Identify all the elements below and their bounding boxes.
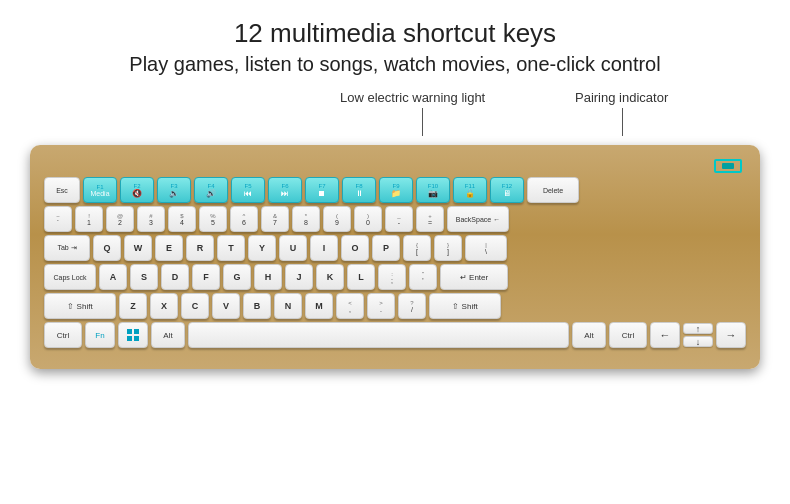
key-slash[interactable]: ?/ [398, 293, 426, 319]
key-l[interactable]: L [347, 264, 375, 290]
arrow-col: ↑ ↓ [683, 323, 713, 347]
key-f7[interactable]: F7⏹ [305, 177, 339, 203]
key-minus[interactable]: _- [385, 206, 413, 232]
key-u[interactable]: U [279, 235, 307, 261]
key-equals[interactable]: += [416, 206, 444, 232]
svg-rect-3 [134, 336, 139, 341]
key-right-alt[interactable]: Alt [572, 322, 606, 348]
key-b[interactable]: B [243, 293, 271, 319]
key-backspace[interactable]: BackSpace ← [447, 206, 509, 232]
svg-rect-0 [127, 329, 132, 334]
key-quote[interactable]: "' [409, 264, 437, 290]
keyboard: Esc F1Media F2🔇 F3🔉 F4🔊 F5⏮ F6⏭ F7⏹ F8⏸ … [30, 145, 760, 369]
key-y[interactable]: Y [248, 235, 276, 261]
key-f3[interactable]: F3🔉 [157, 177, 191, 203]
key-1[interactable]: !1 [75, 206, 103, 232]
key-t[interactable]: T [217, 235, 245, 261]
key-8[interactable]: *8 [292, 206, 320, 232]
key-z[interactable]: Z [119, 293, 147, 319]
key-w[interactable]: W [124, 235, 152, 261]
key-f8[interactable]: F8⏸ [342, 177, 376, 203]
key-semicolon[interactable]: :; [378, 264, 406, 290]
key-a[interactable]: A [99, 264, 127, 290]
key-n[interactable]: N [274, 293, 302, 319]
connector-low [422, 108, 423, 136]
key-q[interactable]: Q [93, 235, 121, 261]
key-right-shift[interactable]: ⇧ Shift [429, 293, 501, 319]
key-right-arrow[interactable]: → [716, 322, 746, 348]
labels-area: Low electric warning light Pairing indic… [30, 90, 760, 145]
key-left-alt[interactable]: Alt [151, 322, 185, 348]
key-m[interactable]: M [305, 293, 333, 319]
key-backtick[interactable]: ~` [44, 206, 72, 232]
key-right-ctrl[interactable]: Ctrl [609, 322, 647, 348]
zxcv-row: ⇧ Shift Z X C V B N M <, >. ?/ ⇧ Shift [44, 293, 746, 319]
qwerty-row: Tab ⇥ Q W E R T Y U I O P {[ }] |\ [44, 235, 746, 261]
key-f10[interactable]: F10📷 [416, 177, 450, 203]
key-f4[interactable]: F4🔊 [194, 177, 228, 203]
key-p[interactable]: P [372, 235, 400, 261]
key-j[interactable]: J [285, 264, 313, 290]
fn-row: Esc F1Media F2🔇 F3🔉 F4🔊 F5⏮ F6⏭ F7⏹ F8⏸ … [44, 177, 746, 203]
key-f9[interactable]: F9📁 [379, 177, 413, 203]
key-i[interactable]: I [310, 235, 338, 261]
svg-rect-2 [127, 336, 132, 341]
key-period[interactable]: >. [367, 293, 395, 319]
key-delete[interactable]: Delete [527, 177, 579, 203]
pairing-label: Pairing indicator [575, 90, 668, 105]
key-s[interactable]: S [130, 264, 158, 290]
connector-pairing [622, 108, 623, 136]
key-0[interactable]: )0 [354, 206, 382, 232]
key-o[interactable]: O [341, 235, 369, 261]
key-h[interactable]: H [254, 264, 282, 290]
subtitle: Play games, listen to songs, watch movie… [129, 53, 660, 76]
key-f12[interactable]: F12🖥 [490, 177, 524, 203]
key-f2[interactable]: F2🔇 [120, 177, 154, 203]
key-f1[interactable]: F1Media [83, 177, 117, 203]
key-left-arrow[interactable]: ← [650, 322, 680, 348]
key-tab[interactable]: Tab ⇥ [44, 235, 90, 261]
key-5[interactable]: %5 [199, 206, 227, 232]
low-electric-label: Low electric warning light [340, 90, 485, 105]
indicator-box [714, 159, 742, 173]
key-left-ctrl[interactable]: Ctrl [44, 322, 82, 348]
key-6[interactable]: ^6 [230, 206, 258, 232]
key-4[interactable]: $4 [168, 206, 196, 232]
indicator-area [44, 159, 746, 173]
key-esc[interactable]: Esc [44, 177, 80, 203]
key-k[interactable]: K [316, 264, 344, 290]
svg-rect-1 [134, 329, 139, 334]
key-enter[interactable]: ↵ Enter [440, 264, 508, 290]
key-left-shift[interactable]: ⇧ Shift [44, 293, 116, 319]
key-v[interactable]: V [212, 293, 240, 319]
page-wrapper: 12 multimedia shortcut keys Play games, … [0, 0, 790, 504]
key-x[interactable]: X [150, 293, 178, 319]
main-title: 12 multimedia shortcut keys [129, 18, 660, 49]
key-f[interactable]: F [192, 264, 220, 290]
key-up-arrow[interactable]: ↑ [683, 323, 713, 334]
key-g[interactable]: G [223, 264, 251, 290]
key-r[interactable]: R [186, 235, 214, 261]
asdf-row: Caps Lock A S D F G H J K L :; "' ↵ Ente… [44, 264, 746, 290]
key-backslash[interactable]: |\ [465, 235, 507, 261]
key-c[interactable]: C [181, 293, 209, 319]
key-f6[interactable]: F6⏭ [268, 177, 302, 203]
title-section: 12 multimedia shortcut keys Play games, … [129, 18, 660, 76]
key-fn-bottom[interactable]: Fn [85, 322, 115, 348]
key-space[interactable] [188, 322, 569, 348]
key-3[interactable]: #3 [137, 206, 165, 232]
key-f5[interactable]: F5⏮ [231, 177, 265, 203]
key-lbracket[interactable]: {[ [403, 235, 431, 261]
key-2[interactable]: @2 [106, 206, 134, 232]
key-comma[interactable]: <, [336, 293, 364, 319]
key-d[interactable]: D [161, 264, 189, 290]
key-down-arrow[interactable]: ↓ [683, 336, 713, 347]
key-rbracket[interactable]: }] [434, 235, 462, 261]
key-e[interactable]: E [155, 235, 183, 261]
key-7[interactable]: &7 [261, 206, 289, 232]
key-9[interactable]: (9 [323, 206, 351, 232]
key-win[interactable] [118, 322, 148, 348]
key-caps-lock[interactable]: Caps Lock [44, 264, 96, 290]
key-f11[interactable]: F11🔒 [453, 177, 487, 203]
num-row: ~` !1 @2 #3 $4 %5 ^6 &7 *8 (9 )0 _- += B… [44, 206, 746, 232]
